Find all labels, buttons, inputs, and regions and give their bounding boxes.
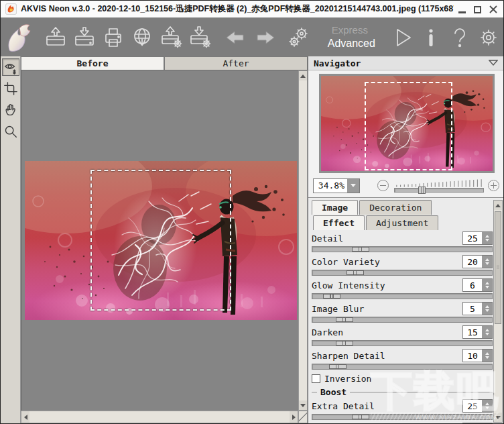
param-slider-track[interactable] bbox=[312, 414, 493, 420]
preview-selection-rect[interactable] bbox=[90, 170, 231, 311]
crop-tool[interactable] bbox=[2, 80, 19, 97]
param-spinbox[interactable]: 25 bbox=[462, 399, 493, 413]
param-value[interactable]: 5 bbox=[463, 303, 482, 315]
param-spinbox[interactable]: 10 bbox=[462, 349, 493, 362]
zoom-slider[interactable] bbox=[394, 177, 484, 195]
minimize-button[interactable] bbox=[458, 5, 466, 13]
param-label: Image Blur bbox=[312, 304, 462, 314]
param-slider-thumb[interactable] bbox=[323, 294, 340, 299]
zoom-dropdown-button[interactable] bbox=[347, 179, 359, 193]
preferences-button[interactable] bbox=[477, 23, 501, 52]
scroll-down-button[interactable] bbox=[299, 401, 307, 410]
help-button[interactable] bbox=[448, 23, 472, 52]
mode-express[interactable]: Express bbox=[328, 24, 375, 37]
tab-after[interactable]: After bbox=[164, 56, 308, 70]
info-button[interactable] bbox=[419, 23, 444, 52]
param-value[interactable]: 10 bbox=[463, 350, 482, 362]
app-icon bbox=[5, 3, 17, 15]
param-spinbox[interactable]: 6 bbox=[462, 278, 493, 292]
inversion-label: Inversion bbox=[324, 374, 371, 384]
param-slider-track[interactable] bbox=[312, 364, 493, 370]
param-slider-thumb[interactable] bbox=[352, 247, 369, 252]
param-slider-track[interactable] bbox=[312, 340, 493, 346]
spinner-buttons[interactable] bbox=[482, 279, 492, 291]
run-button[interactable] bbox=[390, 23, 415, 52]
spin-down-icon bbox=[485, 309, 489, 312]
zoom-combobox[interactable]: 34.8% bbox=[313, 178, 360, 193]
scrollbar-thumb[interactable] bbox=[495, 211, 501, 324]
zoom-slider-track[interactable] bbox=[394, 188, 484, 193]
spin-up-icon bbox=[485, 235, 489, 237]
boost-group-header: Boost bbox=[312, 386, 493, 397]
canvas-vertical-scrollbar[interactable] bbox=[298, 70, 308, 411]
param-value[interactable]: 15 bbox=[463, 326, 482, 338]
canvas-horizontal-scrollbar[interactable] bbox=[21, 411, 298, 423]
resize-corner[interactable] bbox=[298, 411, 308, 423]
spinner-buttons[interactable] bbox=[482, 326, 492, 338]
param-slider-thumb[interactable] bbox=[346, 270, 364, 275]
param-extra-detail: Extra Detail 25 bbox=[312, 399, 493, 420]
param-value[interactable]: 25 bbox=[463, 232, 482, 244]
spin-down-icon bbox=[485, 286, 489, 288]
close-button[interactable] bbox=[489, 5, 497, 13]
tab-image[interactable]: Image bbox=[312, 200, 358, 215]
param-slider-thumb[interactable] bbox=[336, 341, 353, 346]
inversion-checkbox[interactable] bbox=[312, 374, 320, 383]
spinner-buttons[interactable] bbox=[482, 303, 492, 315]
image-canvas[interactable] bbox=[21, 70, 298, 411]
spinner-buttons[interactable] bbox=[482, 232, 492, 244]
param-glow-intensity: Glow Intensity 6 bbox=[312, 278, 493, 299]
triangle-down-icon bbox=[495, 416, 501, 419]
navigator-thumbnail[interactable] bbox=[319, 74, 495, 173]
chevron-down-icon bbox=[489, 60, 498, 66]
web-export-button[interactable] bbox=[130, 23, 155, 52]
param-slider-thumb[interactable] bbox=[329, 364, 346, 369]
zoom-out-button[interactable] bbox=[377, 180, 389, 191]
export-presets-button[interactable] bbox=[188, 23, 212, 52]
navigator-collapse-button[interactable] bbox=[489, 58, 498, 68]
param-spinbox[interactable]: 15 bbox=[462, 325, 493, 339]
mode-advanced[interactable]: Advanced bbox=[328, 37, 375, 50]
scroll-up-button[interactable] bbox=[494, 201, 502, 210]
tab-adjustment[interactable]: Adjustment bbox=[366, 215, 438, 230]
settings-scrollbar[interactable] bbox=[493, 200, 503, 423]
scroll-up-button[interactable] bbox=[299, 71, 307, 81]
tab-effect[interactable]: Effect bbox=[313, 215, 365, 230]
zoom-tool[interactable] bbox=[2, 123, 19, 140]
param-image-blur: Image Blur 5 bbox=[312, 301, 493, 323]
spinner-buttons[interactable] bbox=[482, 350, 492, 362]
param-slider-thumb[interactable] bbox=[336, 317, 353, 322]
quick-preview-tool[interactable] bbox=[2, 58, 19, 76]
spinner-buttons[interactable] bbox=[482, 400, 492, 412]
param-value[interactable]: 20 bbox=[463, 256, 482, 268]
scroll-down-button[interactable] bbox=[494, 413, 502, 422]
param-slider-track[interactable] bbox=[312, 246, 493, 252]
tab-before[interactable]: Before bbox=[21, 56, 164, 70]
param-slider-track[interactable] bbox=[312, 293, 493, 299]
print-button[interactable] bbox=[101, 23, 126, 52]
param-spinbox[interactable]: 25 bbox=[462, 231, 493, 245]
tab-decoration[interactable]: Decoration bbox=[359, 200, 432, 215]
batch-processing-button[interactable] bbox=[286, 23, 311, 52]
maximize-button[interactable] bbox=[473, 5, 482, 13]
zoom-in-button[interactable] bbox=[488, 180, 499, 191]
redo-button[interactable] bbox=[253, 23, 277, 52]
open-image-button[interactable] bbox=[44, 23, 68, 52]
param-value[interactable]: 6 bbox=[463, 279, 482, 291]
zoom-slider-thumb[interactable] bbox=[418, 187, 426, 194]
param-spinbox[interactable]: 20 bbox=[462, 255, 493, 268]
close-icon bbox=[489, 5, 497, 13]
param-slider-thumb[interactable] bbox=[352, 415, 369, 419]
param-value[interactable]: 25 bbox=[463, 400, 482, 412]
param-spinbox[interactable]: 5 bbox=[462, 302, 493, 315]
navigator-viewport-frame[interactable] bbox=[365, 82, 452, 170]
scroll-right-button[interactable] bbox=[290, 411, 298, 423]
scroll-left-button[interactable] bbox=[21, 411, 29, 423]
import-presets-button[interactable] bbox=[159, 23, 184, 52]
undo-button[interactable] bbox=[224, 23, 249, 52]
param-slider-track[interactable] bbox=[312, 317, 493, 323]
spinner-buttons[interactable] bbox=[482, 256, 492, 268]
param-slider-track[interactable] bbox=[312, 270, 493, 276]
save-image-button[interactable] bbox=[72, 23, 97, 52]
hand-tool[interactable] bbox=[2, 101, 19, 119]
